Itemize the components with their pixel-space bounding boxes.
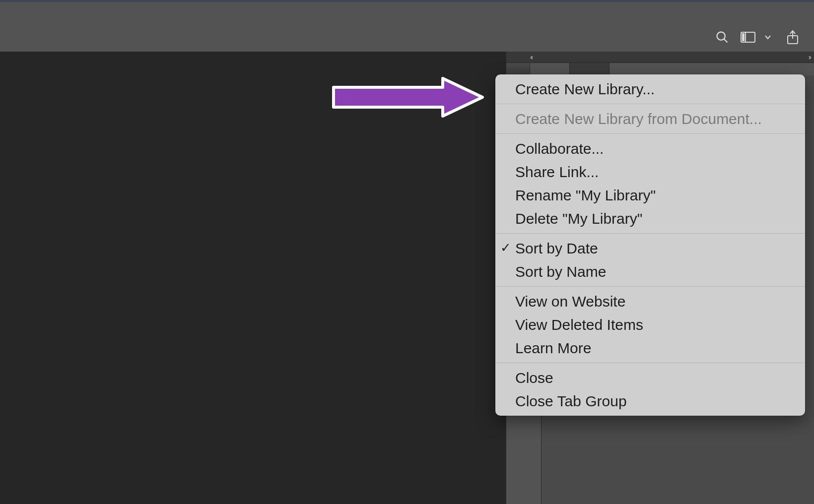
menu-item-close-tab-group[interactable]: Close Tab Group [495, 389, 805, 413]
panel-collapse-right-icon[interactable]: ›› [809, 53, 810, 61]
menu-item-view-deleted[interactable]: View Deleted Items [495, 313, 805, 336]
svg-rect-4 [742, 33, 745, 41]
menu-item-rename[interactable]: Rename "My Library" [495, 184, 805, 207]
svg-point-0 [717, 32, 725, 40]
menu-group-view: View on Website View Deleted Items Learn… [495, 287, 805, 363]
panel-toggle-icon[interactable] [740, 29, 756, 46]
menu-item-collaborate[interactable]: Collaborate... [495, 137, 805, 160]
menu-item-create-from-document: Create New Library from Document... [495, 107, 805, 130]
menu-group-create-from-doc: Create New Library from Document... [495, 104, 805, 134]
menu-item-sort-by-date[interactable]: ✓ Sort by Date [495, 237, 805, 260]
panel-tab[interactable] [570, 63, 610, 75]
menu-item-view-on-website[interactable]: View on Website [495, 290, 805, 313]
library-context-menu: Create New Library... Create New Library… [495, 74, 805, 416]
panel-header: ‹‹ ›› [506, 52, 814, 63]
top-toolbar [0, 22, 814, 52]
app-menu-bar [0, 2, 814, 22]
menu-item-sort-by-name[interactable]: Sort by Name [495, 260, 805, 283]
panel-tabs [506, 63, 610, 75]
svg-line-1 [724, 39, 728, 43]
menu-group-sort: ✓ Sort by Date Sort by Name [495, 234, 805, 287]
menu-item-create-new-library[interactable]: Create New Library... [495, 77, 805, 101]
menu-group-close: Close Close Tab Group [495, 363, 805, 416]
panel-tab-active[interactable] [530, 63, 570, 75]
document-canvas [0, 52, 506, 504]
panel-tab-grip[interactable] [506, 63, 530, 75]
chevron-down-icon[interactable] [763, 29, 772, 46]
share-icon[interactable] [784, 29, 801, 46]
menu-group-create: Create New Library... [495, 74, 805, 104]
menu-item-label: Sort by Date [515, 240, 598, 256]
checkmark-icon: ✓ [500, 240, 511, 256]
menu-group-share: Collaborate... Share Link... Rename "My … [495, 134, 805, 234]
panel-collapse-left-icon[interactable]: ‹‹ [530, 53, 532, 61]
menu-item-learn-more[interactable]: Learn More [495, 336, 805, 360]
search-icon[interactable] [714, 29, 731, 46]
menu-item-close[interactable]: Close [495, 366, 805, 389]
menu-item-share-link[interactable]: Share Link... [495, 160, 805, 184]
menu-item-delete[interactable]: Delete "My Library" [495, 207, 805, 230]
